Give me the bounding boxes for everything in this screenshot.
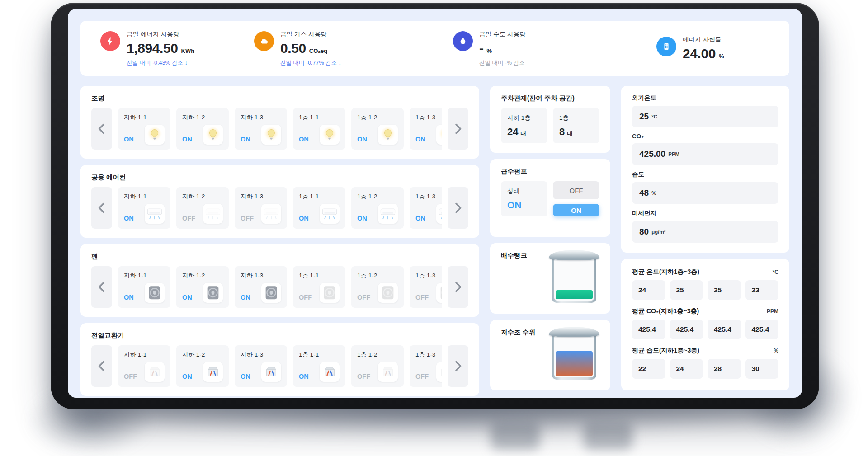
device-status: OFF xyxy=(415,373,429,380)
device-card-light[interactable]: 지하 1-3 ON xyxy=(235,108,287,150)
device-card-fan[interactable]: 지하 1-1 ON xyxy=(118,266,170,308)
water-drop-icon xyxy=(453,31,473,51)
device-card-fan[interactable]: 1층 1-2 OFF xyxy=(351,266,404,308)
carousel-next-button[interactable] xyxy=(448,266,468,308)
panel-title: 전열교환기 xyxy=(91,331,468,340)
carousel-next-button[interactable] xyxy=(448,345,468,387)
device-card-heat-exchanger[interactable]: 지하 1-2 ON xyxy=(176,345,229,387)
device-card-ac[interactable]: 1층 1-2 ON xyxy=(351,187,404,229)
tablet-frame: 금일 에너지 사용량 1,894.50 KWh 전일 대비 -0.43% 감소 … xyxy=(51,3,819,409)
avg-label: 평균 온도(지하1층~3층) xyxy=(632,268,699,276)
device-status: ON xyxy=(299,215,309,222)
device-card-ac[interactable]: 지하 1-3 OFF xyxy=(235,187,287,229)
device-card-light[interactable]: 지하 1-1 ON xyxy=(118,108,170,150)
tank-lid xyxy=(549,250,599,260)
device-card-heat-exchanger[interactable]: 지하 1-1 OFF xyxy=(118,345,170,387)
slot-value: 24 xyxy=(507,126,518,138)
kpi-energy-independence: 에너지 자립률 24.00 % xyxy=(656,36,789,61)
device-card-heat-exchanger[interactable]: 지하 1-3 ON xyxy=(235,345,287,387)
ac-icon xyxy=(145,204,165,224)
device-card-ac[interactable]: 1층 1-1 ON xyxy=(293,187,345,229)
panel-water-pump: 급수펌프 상태 ON OFF ON xyxy=(490,159,610,237)
kpi-value: 0.50 xyxy=(280,41,306,56)
panel-air-conditioner: 공용 에어컨 지하 1-1 ON xyxy=(80,165,479,238)
env-value-box: 425.00 PPM xyxy=(632,143,778,165)
device-card-fan[interactable]: 1층 1-3 OFF xyxy=(410,266,442,308)
bulb-icon xyxy=(320,125,340,145)
avg-value-box: 24 xyxy=(632,280,665,300)
kpi-summary-bar: 금일 에너지 사용량 1,894.50 KWh 전일 대비 -0.43% 감소 … xyxy=(80,21,789,76)
device-card-light[interactable]: 1층 1-1 ON xyxy=(293,108,345,150)
device-name: 지하 1-1 xyxy=(124,272,165,280)
fan-icon xyxy=(203,283,223,303)
kpi-text: 금일 가스 사용량 0.50 CO₂eq 전일 대비 -0.77% 감소 ↓ xyxy=(280,30,341,67)
panel-title: 주차관제(잔여 주차 공간) xyxy=(501,94,599,103)
env-value: 48 xyxy=(639,188,649,198)
device-name: 1층 1-3 xyxy=(415,272,442,280)
device-card-fan[interactable]: 지하 1-3 ON xyxy=(235,266,287,308)
env-value: 80 xyxy=(639,227,649,237)
device-status: ON xyxy=(299,373,309,380)
device-card-heat-exchanger[interactable]: 1층 1-1 ON xyxy=(293,345,345,387)
device-name: 1층 1-1 xyxy=(299,272,340,280)
avg-label: 평균 습도(지하1층~3층) xyxy=(632,347,699,355)
avg-value-box: 28 xyxy=(708,359,741,379)
device-name: 지하 1-3 xyxy=(241,113,281,122)
device-card-fan[interactable]: 1층 1-1 OFF xyxy=(293,266,345,308)
fan-icon xyxy=(436,283,442,303)
fan-icon xyxy=(320,283,340,303)
device-status: ON xyxy=(241,373,250,380)
device-name: 1층 1-2 xyxy=(357,193,398,201)
tank-body xyxy=(552,333,596,380)
ac-icon xyxy=(378,204,398,224)
kpi-value: 1,894.50 xyxy=(127,41,178,56)
carousel-prev-button[interactable] xyxy=(91,345,112,387)
avg-unit: °C xyxy=(773,269,778,275)
device-name: 1층 1-2 xyxy=(357,351,398,359)
reservoir-gauge xyxy=(549,327,599,380)
device-name: 1층 1-1 xyxy=(299,193,340,201)
avg-value-box: 22 xyxy=(632,359,665,379)
tank-lid xyxy=(549,327,599,337)
device-card-light[interactable]: 1층 1-2 ON xyxy=(351,108,404,150)
device-card-light[interactable]: 1층 1-3 ON xyxy=(410,108,442,150)
device-name: 지하 1-3 xyxy=(241,272,281,280)
carousel-viewport: 지하 1-1 ON 지하 1-2 ON xyxy=(118,108,442,150)
pump-off-button[interactable]: OFF xyxy=(553,181,599,199)
device-card-ac[interactable]: 1층 1-3 ON xyxy=(410,187,442,229)
slot-unit: 대 xyxy=(567,130,572,137)
device-status: OFF xyxy=(299,294,312,301)
device-status: ON xyxy=(124,294,134,301)
carousel-next-button[interactable] xyxy=(448,108,468,150)
panel-title: 펜 xyxy=(91,252,468,261)
pump-on-button[interactable]: ON xyxy=(553,204,599,216)
kpi-text: 금일 에너지 사용량 1,894.50 KWh 전일 대비 -0.43% 감소 … xyxy=(127,30,194,67)
device-name: 1층 1-2 xyxy=(357,113,398,122)
device-card-heat-exchanger[interactable]: 1층 1-3 OFF xyxy=(410,345,442,387)
kpi-delta: 전일 대비 -0.43% 감소 ↓ xyxy=(127,59,194,67)
carousel-prev-button[interactable] xyxy=(91,187,112,229)
panel-title: 급수펌프 xyxy=(501,167,599,176)
env-unit: PPM xyxy=(668,151,679,157)
device-status: ON xyxy=(182,136,192,143)
device-card-heat-exchanger[interactable]: 1층 1-2 OFF xyxy=(351,345,404,387)
carousel-prev-button[interactable] xyxy=(91,266,112,308)
carousel-prev-button[interactable] xyxy=(91,108,112,150)
carousel-viewport: 지하 1-1 ON 지하 1-2 OFF xyxy=(118,187,442,229)
device-name: 1층 1-3 xyxy=(415,193,442,201)
device-card-ac[interactable]: 지하 1-2 OFF xyxy=(176,187,229,229)
device-card-ac[interactable]: 지하 1-1 ON xyxy=(118,187,170,229)
pump-state-value: ON xyxy=(507,200,541,211)
device-card-fan[interactable]: 지하 1-2 ON xyxy=(176,266,229,308)
device-name: 지하 1-1 xyxy=(124,193,165,201)
kpi-title: 금일 수도 사용량 xyxy=(479,30,526,38)
device-status: OFF xyxy=(124,373,137,380)
avg-value-box: 25 xyxy=(708,280,741,300)
device-card-light[interactable]: 지하 1-2 ON xyxy=(176,108,229,150)
kpi-title: 에너지 자립률 xyxy=(683,36,724,44)
kpi-unit: % xyxy=(487,47,492,54)
heat-exchanger-icon xyxy=(320,362,340,382)
carousel-next-button[interactable] xyxy=(448,187,468,229)
kpi-text: 금일 수도 사용량 - % 전일 대비 -% 감소 xyxy=(479,30,526,67)
env-outdoor-temp: 외기온도 25 °C xyxy=(632,94,778,127)
